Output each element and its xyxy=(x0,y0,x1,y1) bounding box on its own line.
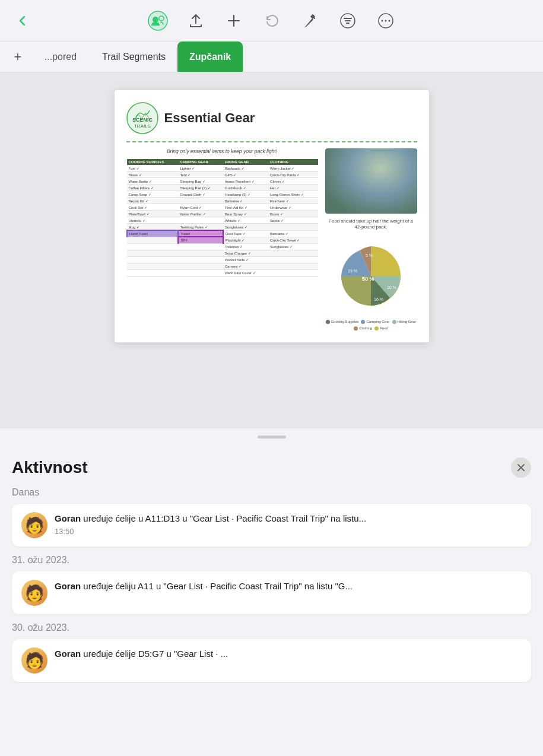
section-today-label: Danas xyxy=(12,487,531,498)
table-row: SPFFlashlight ✓Quick-Dry Towel ✓ xyxy=(127,237,318,243)
legend-camping: Camping Gear xyxy=(361,320,389,324)
doc-header: SCENIC TRAILS Essential Gear xyxy=(126,102,417,134)
section-31mar-label: 31. ožu 2023. xyxy=(12,555,531,566)
undo-button[interactable] xyxy=(261,10,282,31)
table-row: Pack Rain Cover ✓ xyxy=(127,269,318,276)
panel-header: Aktivnost xyxy=(12,458,531,478)
pie-text: Food should take up half the weight of a… xyxy=(325,218,417,231)
svg-point-7 xyxy=(381,20,383,21)
panel-title: Aktivnost xyxy=(12,458,88,477)
tab-zupcanik[interactable]: Zupčanik xyxy=(177,42,243,72)
table-row: Coffee Filters ✓Sleeping Pad (2) ✓Guideb… xyxy=(127,185,318,191)
add-button[interactable] xyxy=(223,10,244,31)
activity-card-2[interactable]: 🧑 Goran uređuje ćeliju A11 u "Gear List … xyxy=(12,571,531,614)
table-row: Camp Soap ✓Ground Cloth ✓Headlamp (3) ✓L… xyxy=(127,191,318,198)
pie-chart: 50 % 19 % 5 % 10 % 16 % xyxy=(326,234,415,317)
avatar-2: 🧑 xyxy=(21,580,47,606)
table-row: Pocket Knife ✓ xyxy=(127,256,318,263)
legend-hiking: Hiking Gear xyxy=(392,320,417,324)
activity-card-3[interactable]: 🧑 Goran uređuje ćelije D5:G7 u "Gear Lis… xyxy=(12,639,531,682)
doc-logo-icon: SCENIC TRAILS xyxy=(126,102,158,134)
markup-button[interactable] xyxy=(299,10,320,31)
svg-text:10 %: 10 % xyxy=(387,285,396,290)
table-row: Toiletries ✓Sunglasses ✓ xyxy=(127,243,318,250)
toolbar xyxy=(0,0,543,42)
activity-card-2-content: Goran uređuje ćeliju A11 u "Gear List · … xyxy=(55,580,353,592)
doc-divider xyxy=(126,141,417,142)
panel-handle xyxy=(258,436,286,439)
avatar-1: 🧑 xyxy=(21,512,47,538)
doc-title: Essential Gear xyxy=(164,110,255,126)
back-button[interactable] xyxy=(12,10,33,31)
legend-cooking: Cooking Supplies xyxy=(326,320,359,324)
table-row: Hand TowelTowelDuct Tape ✓Bandana ✓ xyxy=(127,230,318,237)
svg-point-9 xyxy=(388,20,390,21)
svg-text:5 %: 5 % xyxy=(366,253,373,258)
tabs-bar: + ...pored Trail Segments Zupčanik xyxy=(0,42,543,72)
legend-clothing: Clothing xyxy=(354,326,372,331)
tab-pored[interactable]: ...pored xyxy=(31,42,90,72)
gear-table: COOKING SUPPLIES CAMPING GEAR HIKING GEA… xyxy=(126,159,318,277)
activity-text-2: Goran uređuje ćeliju A11 u "Gear List · … xyxy=(55,580,353,592)
main-content-area: SCENIC TRAILS Essential Gear Bring only … xyxy=(0,72,543,428)
table-row: Repair Kit ✓Batteries ✓Rainwear ✓ xyxy=(127,198,318,204)
doc-body: Bring only essential items to keep your … xyxy=(126,148,417,331)
doc-photo xyxy=(325,148,417,214)
activity-time-1: 13:50 xyxy=(55,527,366,536)
doc-left-section: Bring only essential items to keep your … xyxy=(126,148,318,331)
svg-text:16 %: 16 % xyxy=(374,297,383,301)
activity-card-1[interactable]: 🧑 Goran uređuje ćelije u A11:D13 u "Gear… xyxy=(12,504,531,547)
section-30mar-label: 30. ožu 2023. xyxy=(12,622,531,633)
more-button[interactable] xyxy=(375,10,396,31)
table-row: Cook Set ✓Nylon Cord ✓First-Aid Kit ✓Und… xyxy=(127,204,318,211)
table-row: Water Bottle ✓Sleeping Bag ✓Insect Repel… xyxy=(127,178,318,185)
toolbar-center xyxy=(147,10,396,31)
activity-text-1: Goran uređuje ćelije u A11:D13 u "Gear L… xyxy=(55,512,366,525)
collaborate-icon[interactable] xyxy=(147,10,169,31)
tab-trail-segments[interactable]: Trail Segments xyxy=(90,42,177,72)
doc-right-section: Food should take up half the weight of a… xyxy=(325,148,417,331)
legend-food: Food xyxy=(374,326,388,331)
activity-panel: Aktivnost Danas 🧑 Goran uređuje ćelije u… xyxy=(0,448,543,702)
gear-table-wrap: COOKING SUPPLIES CAMPING GEAR HIKING GEA… xyxy=(126,159,318,277)
share-button[interactable] xyxy=(185,10,207,31)
col-camping: CAMPING GEAR xyxy=(178,159,223,165)
svg-point-2 xyxy=(153,17,158,23)
pie-chart-area: Food should take up half the weight of a… xyxy=(325,218,417,331)
table-row: Stove ✓Tent ✓GPS ✓Quick-Dry Pants ✓ xyxy=(127,171,318,178)
table-row: Camera ✓ xyxy=(127,263,318,269)
toolbar-left xyxy=(12,10,33,31)
pie-legend: Cooking Supplies Camping Gear Hiking Gea… xyxy=(325,320,417,331)
add-tab-button[interactable]: + xyxy=(5,42,31,72)
svg-text:TRAILS: TRAILS xyxy=(134,123,150,129)
avatar-3: 🧑 xyxy=(21,647,47,674)
doc-subtitle: Bring only essential items to keep your … xyxy=(126,148,318,154)
svg-point-8 xyxy=(385,20,386,21)
activity-text-3: Goran uređuje ćelije D5:G7 u "Gear List … xyxy=(55,647,228,660)
activity-card-3-content: Goran uređuje ćelije D5:G7 u "Gear List … xyxy=(55,647,228,660)
table-row: Plate/Bowl ✓Water Purifier ✓Bear Spray ✓… xyxy=(127,211,318,217)
table-row: Fuel ✓Lighter ✓Backpack ✓Warm Jacket ✓ xyxy=(127,165,318,171)
svg-text:19 %: 19 % xyxy=(348,269,357,273)
table-row: Utensils ✓Whistle ✓Socks ✓ xyxy=(127,217,318,224)
svg-text:50 %: 50 % xyxy=(362,276,374,282)
col-clothing: CLOTHING xyxy=(268,159,318,165)
document-preview: SCENIC TRAILS Essential Gear Bring only … xyxy=(115,90,429,342)
col-cooking: COOKING SUPPLIES xyxy=(127,159,179,165)
close-panel-button[interactable] xyxy=(511,458,531,478)
activity-card-1-content: Goran uređuje ćelije u A11:D13 u "Gear L… xyxy=(55,512,366,536)
filter-button[interactable] xyxy=(337,10,358,31)
col-hiking: HIKING GEAR xyxy=(223,159,268,165)
table-row: Mug ✓Trekking Poles ✓Sunglasses ✓ xyxy=(127,224,318,231)
table-row: Solar Charger ✓ xyxy=(127,250,318,256)
